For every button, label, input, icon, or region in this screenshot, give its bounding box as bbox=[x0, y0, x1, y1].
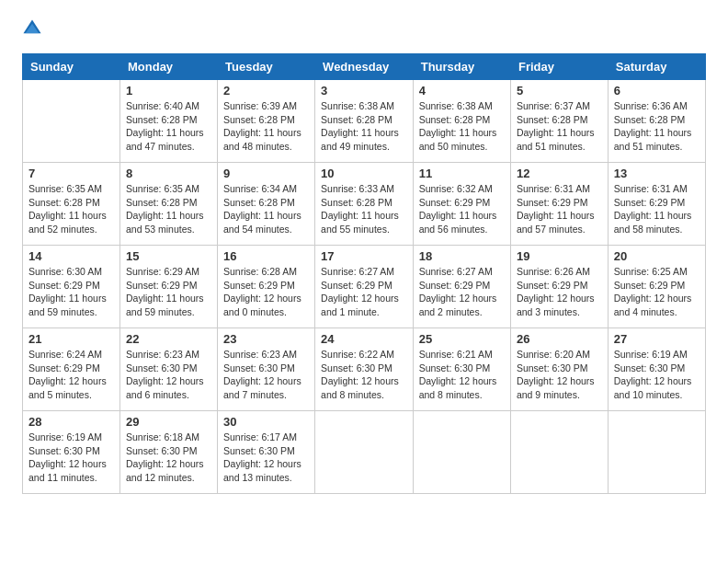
day-number: 19 bbox=[517, 249, 602, 263]
day-info: Sunrise: 6:23 AM Sunset: 6:30 PM Dayligh… bbox=[126, 348, 211, 402]
day-number: 30 bbox=[223, 415, 309, 429]
day-info: Sunrise: 6:37 AM Sunset: 6:28 PM Dayligh… bbox=[517, 99, 602, 154]
day-number: 17 bbox=[321, 249, 407, 263]
day-info: Sunrise: 6:28 AM Sunset: 6:29 PM Dayligh… bbox=[223, 265, 309, 319]
day-info: Sunrise: 6:39 AM Sunset: 6:28 PM Dayligh… bbox=[223, 99, 309, 154]
calendar-cell: 30Sunrise: 6:17 AM Sunset: 6:30 PM Dayli… bbox=[218, 411, 315, 494]
calendar-cell: 16Sunrise: 6:28 AM Sunset: 6:29 PM Dayli… bbox=[218, 246, 315, 328]
day-number: 15 bbox=[126, 249, 211, 263]
day-info: Sunrise: 6:36 AM Sunset: 6:28 PM Dayligh… bbox=[614, 99, 700, 154]
day-number: 12 bbox=[517, 167, 602, 180]
day-info: Sunrise: 6:20 AM Sunset: 6:30 PM Dayligh… bbox=[517, 348, 602, 402]
day-number: 23 bbox=[223, 332, 309, 346]
day-number: 1 bbox=[126, 84, 211, 98]
calendar-week-row: 28Sunrise: 6:19 AM Sunset: 6:30 PM Dayli… bbox=[23, 411, 706, 494]
day-info: Sunrise: 6:30 AM Sunset: 6:29 PM Dayligh… bbox=[28, 265, 114, 319]
calendar-cell: 5Sunrise: 6:37 AM Sunset: 6:28 PM Daylig… bbox=[510, 80, 608, 163]
day-number: 29 bbox=[126, 415, 211, 429]
calendar-cell: 9Sunrise: 6:34 AM Sunset: 6:28 PM Daylig… bbox=[218, 163, 315, 246]
calendar-cell: 27Sunrise: 6:19 AM Sunset: 6:30 PM Dayli… bbox=[608, 328, 705, 411]
calendar-cell: 24Sunrise: 6:22 AM Sunset: 6:30 PM Dayli… bbox=[315, 328, 414, 411]
calendar-cell: 2Sunrise: 6:39 AM Sunset: 6:28 PM Daylig… bbox=[218, 80, 315, 163]
logo-icon bbox=[22, 18, 42, 39]
calendar-week-row: 21Sunrise: 6:24 AM Sunset: 6:29 PM Dayli… bbox=[23, 328, 706, 411]
day-number: 24 bbox=[321, 332, 407, 346]
day-number: 26 bbox=[517, 332, 602, 346]
day-info: Sunrise: 6:35 AM Sunset: 6:28 PM Dayligh… bbox=[126, 182, 211, 236]
day-info: Sunrise: 6:19 AM Sunset: 6:30 PM Dayligh… bbox=[614, 348, 700, 402]
day-number: 10 bbox=[321, 167, 407, 180]
calendar-cell: 19Sunrise: 6:26 AM Sunset: 6:29 PM Dayli… bbox=[510, 246, 608, 328]
calendar-week-row: 1Sunrise: 6:40 AM Sunset: 6:28 PM Daylig… bbox=[23, 80, 706, 163]
day-number: 8 bbox=[126, 167, 211, 180]
calendar-cell: 28Sunrise: 6:19 AM Sunset: 6:30 PM Dayli… bbox=[23, 411, 120, 494]
calendar-header-friday: Friday bbox=[510, 54, 608, 80]
calendar-cell: 25Sunrise: 6:21 AM Sunset: 6:30 PM Dayli… bbox=[413, 328, 510, 411]
day-info: Sunrise: 6:24 AM Sunset: 6:29 PM Dayligh… bbox=[28, 348, 114, 402]
day-number: 21 bbox=[28, 332, 114, 346]
day-info: Sunrise: 6:23 AM Sunset: 6:30 PM Dayligh… bbox=[223, 348, 309, 402]
calendar-cell: 3Sunrise: 6:38 AM Sunset: 6:28 PM Daylig… bbox=[315, 80, 414, 163]
calendar-cell: 17Sunrise: 6:27 AM Sunset: 6:29 PM Dayli… bbox=[315, 246, 414, 328]
day-info: Sunrise: 6:32 AM Sunset: 6:29 PM Dayligh… bbox=[419, 182, 505, 236]
calendar-cell: 12Sunrise: 6:31 AM Sunset: 6:29 PM Dayli… bbox=[510, 163, 608, 246]
calendar-table: SundayMondayTuesdayWednesdayThursdayFrid… bbox=[22, 53, 706, 494]
day-info: Sunrise: 6:27 AM Sunset: 6:29 PM Dayligh… bbox=[321, 265, 407, 319]
day-number: 5 bbox=[517, 84, 602, 98]
calendar-week-row: 7Sunrise: 6:35 AM Sunset: 6:28 PM Daylig… bbox=[23, 163, 706, 246]
calendar-cell bbox=[23, 80, 120, 163]
calendar-cell bbox=[608, 411, 705, 494]
calendar-cell: 8Sunrise: 6:35 AM Sunset: 6:28 PM Daylig… bbox=[119, 163, 217, 246]
calendar-cell bbox=[510, 411, 608, 494]
day-number: 7 bbox=[28, 167, 114, 180]
day-number: 22 bbox=[126, 332, 211, 346]
day-number: 9 bbox=[223, 167, 309, 180]
calendar-header-saturday: Saturday bbox=[608, 54, 705, 80]
day-number: 3 bbox=[321, 84, 407, 98]
calendar-header-wednesday: Wednesday bbox=[315, 54, 414, 80]
day-number: 2 bbox=[223, 84, 309, 98]
calendar-week-row: 14Sunrise: 6:30 AM Sunset: 6:29 PM Dayli… bbox=[23, 246, 706, 328]
day-info: Sunrise: 6:38 AM Sunset: 6:28 PM Dayligh… bbox=[419, 99, 505, 154]
day-number: 14 bbox=[28, 249, 114, 263]
day-info: Sunrise: 6:19 AM Sunset: 6:30 PM Dayligh… bbox=[28, 431, 114, 485]
calendar-cell bbox=[315, 411, 414, 494]
day-info: Sunrise: 6:27 AM Sunset: 6:29 PM Dayligh… bbox=[419, 265, 505, 319]
day-info: Sunrise: 6:40 AM Sunset: 6:28 PM Dayligh… bbox=[126, 99, 211, 154]
day-info: Sunrise: 6:22 AM Sunset: 6:30 PM Dayligh… bbox=[321, 348, 407, 402]
day-info: Sunrise: 6:31 AM Sunset: 6:29 PM Dayligh… bbox=[614, 182, 700, 236]
calendar-cell: 4Sunrise: 6:38 AM Sunset: 6:28 PM Daylig… bbox=[413, 80, 510, 163]
calendar-cell: 26Sunrise: 6:20 AM Sunset: 6:30 PM Dayli… bbox=[510, 328, 608, 411]
day-info: Sunrise: 6:31 AM Sunset: 6:29 PM Dayligh… bbox=[517, 182, 602, 236]
calendar-cell: 11Sunrise: 6:32 AM Sunset: 6:29 PM Dayli… bbox=[413, 163, 510, 246]
calendar-cell: 6Sunrise: 6:36 AM Sunset: 6:28 PM Daylig… bbox=[608, 80, 705, 163]
day-number: 27 bbox=[614, 332, 700, 346]
day-info: Sunrise: 6:26 AM Sunset: 6:29 PM Dayligh… bbox=[517, 265, 602, 319]
calendar-cell: 10Sunrise: 6:33 AM Sunset: 6:28 PM Dayli… bbox=[315, 163, 414, 246]
calendar-header-row: SundayMondayTuesdayWednesdayThursdayFrid… bbox=[23, 54, 706, 80]
day-info: Sunrise: 6:34 AM Sunset: 6:28 PM Dayligh… bbox=[223, 182, 309, 236]
day-number: 6 bbox=[614, 84, 700, 98]
day-info: Sunrise: 6:18 AM Sunset: 6:30 PM Dayligh… bbox=[126, 431, 211, 485]
calendar-cell: 22Sunrise: 6:23 AM Sunset: 6:30 PM Dayli… bbox=[119, 328, 217, 411]
calendar-cell: 15Sunrise: 6:29 AM Sunset: 6:29 PM Dayli… bbox=[119, 246, 217, 328]
day-info: Sunrise: 6:35 AM Sunset: 6:28 PM Dayligh… bbox=[28, 182, 114, 236]
day-info: Sunrise: 6:38 AM Sunset: 6:28 PM Dayligh… bbox=[321, 99, 407, 154]
day-info: Sunrise: 6:25 AM Sunset: 6:29 PM Dayligh… bbox=[614, 265, 700, 319]
calendar-header-sunday: Sunday bbox=[23, 54, 120, 80]
day-info: Sunrise: 6:17 AM Sunset: 6:30 PM Dayligh… bbox=[223, 431, 309, 485]
calendar-cell: 23Sunrise: 6:23 AM Sunset: 6:30 PM Dayli… bbox=[218, 328, 315, 411]
day-number: 4 bbox=[419, 84, 505, 98]
calendar-cell: 29Sunrise: 6:18 AM Sunset: 6:30 PM Dayli… bbox=[119, 411, 217, 494]
calendar-cell bbox=[413, 411, 510, 494]
day-info: Sunrise: 6:29 AM Sunset: 6:29 PM Dayligh… bbox=[126, 265, 211, 319]
calendar-cell: 13Sunrise: 6:31 AM Sunset: 6:29 PM Dayli… bbox=[608, 163, 705, 246]
calendar-cell: 14Sunrise: 6:30 AM Sunset: 6:29 PM Dayli… bbox=[23, 246, 120, 328]
day-number: 18 bbox=[419, 249, 505, 263]
calendar-header-tuesday: Tuesday bbox=[218, 54, 315, 80]
day-number: 11 bbox=[419, 167, 505, 180]
calendar-cell: 21Sunrise: 6:24 AM Sunset: 6:29 PM Dayli… bbox=[23, 328, 120, 411]
day-number: 25 bbox=[419, 332, 505, 346]
day-number: 16 bbox=[223, 249, 309, 263]
calendar-cell: 20Sunrise: 6:25 AM Sunset: 6:29 PM Dayli… bbox=[608, 246, 705, 328]
